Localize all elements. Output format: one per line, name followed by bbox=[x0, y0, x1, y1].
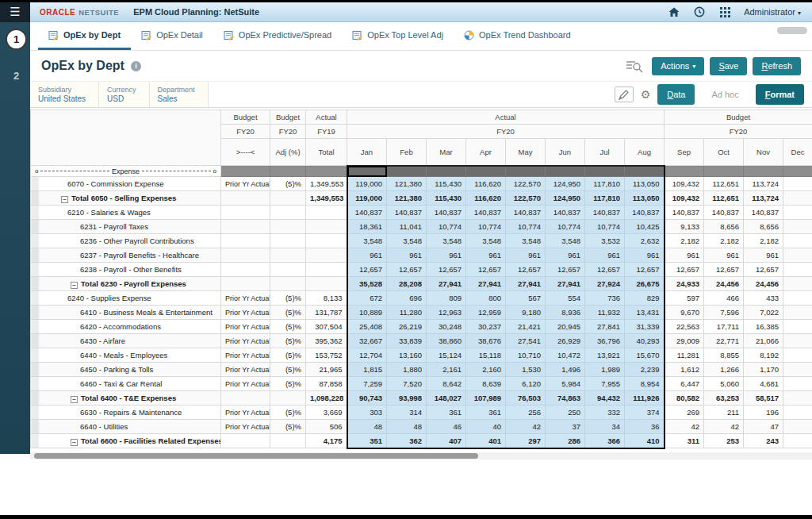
grid-cell[interactable]: 31,339 bbox=[625, 320, 665, 334]
grid-cell[interactable]: 112,651 bbox=[704, 191, 744, 206]
grid-cell[interactable] bbox=[783, 263, 812, 277]
grid-cell[interactable]: Prior Yr Actual bbox=[221, 306, 270, 320]
grid-cell[interactable]: 2,182 bbox=[744, 234, 783, 248]
tab-opex-detail[interactable]: OpEx Detail bbox=[131, 22, 213, 50]
grid-cell[interactable]: 119,000 bbox=[347, 191, 387, 206]
column-header[interactable]: Jan bbox=[347, 139, 387, 166]
grid-cell[interactable]: 13,921 bbox=[585, 348, 625, 363]
grid-cell[interactable] bbox=[306, 234, 347, 248]
grid-cell[interactable]: 466 bbox=[704, 291, 744, 306]
grid-cell[interactable]: 30,237 bbox=[466, 320, 506, 334]
grid-cell[interactable]: (5)% bbox=[270, 291, 306, 306]
grid-cell[interactable]: (5)% bbox=[270, 377, 306, 391]
grid-cell[interactable]: 362 bbox=[387, 434, 427, 448]
band-cell[interactable] bbox=[347, 166, 387, 177]
grid-cell[interactable]: 30,248 bbox=[427, 320, 466, 334]
grid-cell[interactable]: 10,774 bbox=[546, 220, 585, 234]
grid-cell[interactable]: 27,941 bbox=[506, 277, 546, 291]
grid-cell[interactable]: 153,752 bbox=[306, 348, 347, 363]
grid-cell[interactable] bbox=[270, 220, 306, 234]
grid-cell[interactable]: 12,657 bbox=[744, 263, 783, 277]
grid-cell[interactable]: 21,421 bbox=[506, 320, 546, 334]
grid-cell[interactable]: 27,924 bbox=[585, 277, 625, 291]
grid-cell[interactable]: 24,933 bbox=[665, 277, 704, 291]
grid-cell[interactable]: 113,050 bbox=[625, 191, 665, 206]
grid-cell[interactable]: 9,180 bbox=[506, 306, 546, 320]
grid-cell[interactable]: Prior Yr Actual bbox=[221, 377, 270, 391]
grid-cell[interactable]: 13,160 bbox=[387, 348, 427, 363]
info-icon[interactable]: i bbox=[131, 61, 141, 71]
tab-opex-predictive-spread[interactable]: OpEx Predictive/Spread bbox=[213, 22, 342, 50]
grid-cell[interactable]: 8,656 bbox=[744, 220, 783, 234]
data-mode-button[interactable]: Data bbox=[657, 84, 695, 105]
grid-cell[interactable]: 16,385 bbox=[744, 320, 783, 334]
grid-cell[interactable]: 961 bbox=[665, 248, 704, 263]
grid-cell[interactable]: 116,620 bbox=[466, 191, 506, 206]
grid-cell[interactable]: 10,774 bbox=[466, 220, 506, 234]
grid-cell[interactable]: 3,548 bbox=[506, 234, 546, 248]
grid-cell[interactable]: 140,837 bbox=[704, 206, 744, 220]
grid-cell[interactable]: 961 bbox=[347, 248, 387, 263]
grid-cell[interactable]: 12,657 bbox=[506, 263, 546, 277]
row-header[interactable]: 6240 - Supplies Expense bbox=[31, 291, 221, 306]
grid-cell[interactable] bbox=[783, 234, 812, 248]
grid-cell[interactable]: 961 bbox=[546, 248, 585, 263]
grid-cell[interactable]: 196 bbox=[744, 406, 783, 420]
grid-cell[interactable]: 8,133 bbox=[306, 291, 347, 306]
gear-icon[interactable]: ⚙ bbox=[641, 89, 651, 100]
grid-cell[interactable]: 80,582 bbox=[665, 391, 704, 406]
grid-cell[interactable]: 361 bbox=[427, 406, 466, 420]
grid-cell[interactable] bbox=[306, 263, 347, 277]
grid-cell[interactable]: 112,651 bbox=[704, 177, 744, 191]
grid-cell[interactable]: 10,710 bbox=[506, 348, 546, 363]
grid-cell[interactable]: 37 bbox=[546, 420, 585, 434]
grid-cell[interactable]: 10,425 bbox=[625, 220, 665, 234]
grid-cell[interactable]: 5,984 bbox=[546, 377, 585, 391]
grid-cell[interactable] bbox=[306, 220, 347, 234]
band-cell[interactable] bbox=[665, 166, 704, 177]
grid-cell[interactable]: 47 bbox=[744, 420, 783, 434]
grid-cell[interactable]: 116,620 bbox=[466, 177, 506, 191]
grid-cell[interactable] bbox=[783, 434, 812, 448]
grid-cell[interactable]: 27,941 bbox=[466, 277, 506, 291]
grid-cell[interactable]: 27,841 bbox=[585, 320, 625, 334]
row-header[interactable]: 6231 - Payroll Taxes bbox=[31, 220, 221, 234]
band-cell[interactable] bbox=[704, 166, 744, 177]
grid-cell[interactable]: 8,855 bbox=[704, 348, 744, 363]
grid-cell[interactable] bbox=[221, 263, 270, 277]
grid-cell[interactable]: 11,932 bbox=[585, 306, 625, 320]
grid-cell[interactable]: 961 bbox=[387, 248, 427, 263]
column-header[interactable]: Aug bbox=[625, 139, 665, 166]
grid-cell[interactable]: 12,657 bbox=[427, 263, 466, 277]
row-header[interactable]: 6450 - Parking & Tolls bbox=[31, 363, 221, 377]
row-header[interactable]: 6440 - Meals - Employees bbox=[31, 348, 221, 363]
grid-cell[interactable]: 140,837 bbox=[427, 206, 466, 220]
grid-cell[interactable]: 961 bbox=[466, 248, 506, 263]
row-header[interactable]: 6238 - Payroll - Other Benefits bbox=[31, 263, 221, 277]
grid-cell[interactable]: 18,361 bbox=[347, 220, 387, 234]
grid-cell[interactable]: 121,380 bbox=[387, 191, 427, 206]
grid-cell[interactable] bbox=[221, 391, 270, 406]
grid-cell[interactable]: 140,837 bbox=[585, 206, 625, 220]
navigator-grid-icon[interactable] bbox=[718, 6, 731, 18]
column-group-header[interactable]: Actual bbox=[347, 110, 665, 125]
grid-cell[interactable]: 3,548 bbox=[546, 234, 585, 248]
grid-cell[interactable]: 253 bbox=[704, 434, 744, 448]
column-group-header[interactable]: FY19 bbox=[306, 125, 347, 139]
grid-cell[interactable]: 24,456 bbox=[704, 277, 744, 291]
grid-cell[interactable] bbox=[221, 277, 270, 291]
tab-opex-top-level-adj[interactable]: OpEx Top Level Adj bbox=[342, 22, 454, 50]
row-header[interactable]: −Total 6400 - T&E Expenses bbox=[31, 391, 221, 406]
grid-cell[interactable] bbox=[783, 406, 812, 420]
grid-cell[interactable]: 961 bbox=[506, 248, 546, 263]
grid-cell[interactable]: 286 bbox=[546, 434, 585, 448]
grid-cell[interactable] bbox=[306, 248, 347, 263]
grid-cell[interactable] bbox=[783, 391, 812, 406]
grid-cell[interactable]: 1,349,553 bbox=[306, 177, 347, 191]
grid-cell[interactable]: 26,929 bbox=[546, 334, 585, 348]
grid-cell[interactable]: (5)% bbox=[270, 363, 306, 377]
grid-cell[interactable]: 410 bbox=[625, 434, 665, 448]
grid-cell[interactable] bbox=[221, 434, 270, 448]
grid-cell[interactable]: 11,280 bbox=[387, 306, 427, 320]
pov-currency[interactable]: Currency USD bbox=[99, 82, 150, 107]
